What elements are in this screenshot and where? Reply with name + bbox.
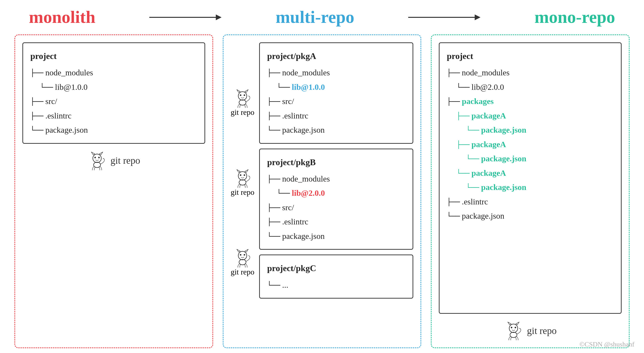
octocat-icon — [233, 248, 252, 268]
tree-item: ├── .eslintrc — [30, 108, 197, 123]
svg-point-0 — [93, 154, 101, 162]
svg-marker-20 — [245, 249, 248, 252]
section-multirepo: git repo — [223, 34, 422, 348]
monolith-tree-box: project ├── node_modules └── lib@1.0.0 ├… — [22, 42, 205, 144]
pkga-title: project/pkgA — [267, 49, 405, 64]
monorepo-git-repo: git repo — [504, 321, 556, 340]
tree-item: └── lib@2.0.0 — [447, 80, 614, 94]
tree-item: └── packageA — [447, 166, 614, 180]
tree-item: ├── node_modules — [447, 66, 614, 80]
svg-point-6 — [238, 92, 246, 100]
multirepo-gitrepo-2: git repo — [231, 168, 254, 197]
tree-item: └── package.json — [30, 123, 197, 137]
title-multirepo: multi-repo — [276, 7, 354, 27]
header-row: monolith multi-repo mono-repo — [10, 7, 634, 27]
svg-point-21 — [240, 254, 241, 256]
arrow-1 — [95, 14, 276, 20]
arrow-2 — [354, 14, 534, 20]
tree-item: ├── src/ — [267, 94, 405, 108]
tree-item: └── lib@2.0.0 — [267, 186, 405, 200]
monorepo-git-label: git repo — [527, 325, 556, 336]
svg-marker-19 — [237, 249, 240, 252]
multirepo-inner: git repo — [231, 42, 414, 298]
svg-point-22 — [244, 254, 245, 256]
title-monorepo: mono-repo — [534, 7, 615, 27]
tree-item: ├── packages — [447, 94, 614, 108]
tree-item: └── package.json — [447, 180, 614, 194]
multirepo-pkgb-box: project/pkgB ├── node_modules └── lib@2.… — [259, 148, 413, 250]
svg-marker-14 — [245, 170, 248, 172]
tree-item: ├── .eslintrc — [447, 194, 614, 209]
tree-item: └── package.json — [447, 152, 614, 166]
tree-item: ├── packageA — [447, 137, 614, 152]
tree-item: ├── src/ — [267, 200, 405, 215]
arrow-line-2 — [408, 14, 480, 20]
arrow-head-2 — [475, 14, 480, 20]
svg-point-11 — [239, 100, 246, 105]
multirepo-gitrepo-3: git repo — [231, 248, 254, 276]
section-monolith: project ├── node_modules └── lib@1.0.0 ├… — [14, 34, 213, 348]
tree-item: └── package.json — [447, 123, 614, 137]
svg-point-4 — [98, 157, 100, 158]
tree-item: └── package.json — [267, 229, 405, 244]
svg-marker-13 — [237, 170, 240, 172]
multirepo-gitrepo-1: git repo — [231, 88, 254, 117]
octocat-icon — [88, 151, 107, 170]
octocat-icon — [233, 88, 252, 108]
pkgc-title: project/pkgC — [267, 261, 405, 276]
main-row: project ├── node_modules └── lib@1.0.0 ├… — [10, 34, 634, 348]
monolith-git-label: git repo — [110, 155, 140, 166]
page-container: monolith multi-repo mono-repo project ├─… — [0, 0, 644, 353]
multirepo-git-label-2: git repo — [231, 188, 254, 197]
svg-point-10 — [244, 94, 245, 96]
monorepo-tree-title: project — [447, 49, 614, 64]
tree-item: └── ... — [267, 278, 405, 292]
svg-point-27 — [511, 327, 512, 328]
svg-point-29 — [510, 332, 517, 337]
svg-marker-7 — [237, 90, 240, 92]
tree-item: ├── src/ — [30, 94, 197, 108]
svg-marker-2 — [99, 152, 102, 155]
svg-point-17 — [239, 180, 246, 185]
svg-point-9 — [240, 94, 241, 96]
arrow-body-2 — [408, 17, 475, 18]
tree-item: ├── node_modules — [267, 172, 405, 186]
multirepo-right: project/pkgA ├── node_modules └── lib@1.… — [259, 42, 413, 298]
svg-marker-26 — [516, 322, 519, 325]
octocat-icon — [233, 168, 252, 188]
tree-item: └── lib@1.0.0 — [30, 80, 197, 94]
arrow-line-1 — [149, 14, 222, 20]
svg-point-23 — [239, 259, 246, 265]
multirepo-pkga-box: project/pkgA ├── node_modules └── lib@1.… — [259, 42, 413, 144]
arrow-head-1 — [216, 14, 222, 20]
tree-item: └── lib@1.0.0 — [267, 80, 405, 94]
svg-point-5 — [94, 162, 100, 167]
arrow-body-1 — [149, 17, 216, 18]
svg-point-28 — [515, 327, 516, 328]
svg-point-12 — [238, 172, 246, 180]
title-monolith: monolith — [29, 7, 95, 27]
tree-item: ├── node_modules — [30, 66, 197, 80]
svg-point-16 — [244, 174, 245, 176]
svg-marker-1 — [91, 152, 95, 155]
section-monorepo: project ├── node_modules └── lib@2.0.0 ├… — [431, 34, 630, 348]
multirepo-git-label-1: git repo — [231, 108, 254, 117]
svg-point-24 — [509, 324, 518, 332]
svg-point-3 — [94, 157, 96, 158]
monolith-git-repo: git repo — [88, 151, 140, 170]
multirepo-left: git repo — [231, 42, 254, 298]
svg-point-18 — [238, 252, 246, 260]
svg-marker-25 — [508, 322, 511, 325]
svg-marker-8 — [245, 90, 248, 92]
monolith-tree-title: project — [30, 49, 197, 64]
pkgb-title: project/pkgB — [267, 155, 405, 170]
multirepo-pkgc-box: project/pkgC └── ... — [259, 254, 413, 298]
tree-item: └── package.json — [267, 123, 405, 137]
monorepo-tree-box: project ├── node_modules └── lib@2.0.0 ├… — [439, 42, 622, 314]
svg-point-15 — [240, 174, 241, 176]
tree-item: ├── .eslintrc — [267, 214, 405, 229]
octocat-icon — [504, 321, 523, 340]
tree-item: └── package.json — [447, 209, 614, 223]
watermark: ©CSDN @shushanf — [580, 340, 634, 348]
tree-item: ├── .eslintrc — [267, 108, 405, 123]
